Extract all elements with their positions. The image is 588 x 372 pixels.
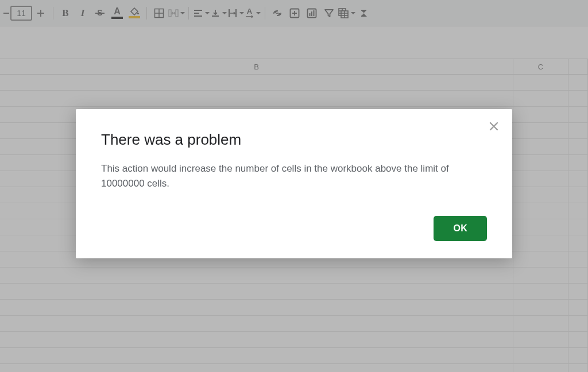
dialog-close-button[interactable] <box>486 118 502 134</box>
dialog-actions: OK <box>101 216 487 241</box>
close-icon <box>489 122 498 131</box>
ok-button[interactable]: OK <box>434 216 487 241</box>
dialog-message: This action would increase the number of… <box>101 161 487 192</box>
ok-button-label: OK <box>453 223 467 233</box>
dialog-title: There was a problem <box>101 131 487 149</box>
modal-overlay: There was a problem This action would in… <box>0 0 588 372</box>
error-dialog: There was a problem This action would in… <box>76 109 512 258</box>
